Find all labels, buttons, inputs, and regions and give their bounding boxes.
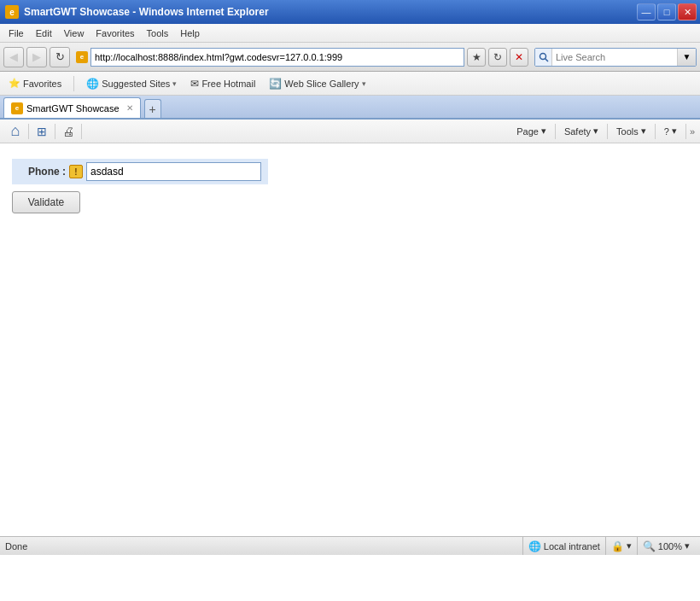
zoom-label: 100% (658, 541, 682, 551)
address-favicon: e (76, 51, 88, 63)
favorites-item-2[interactable]: 🔄 Web Slice Gallery ▾ (265, 76, 369, 91)
status-text: Done (5, 541, 522, 551)
tab-close-button[interactable]: ✕ (126, 103, 133, 113)
refresh-icon[interactable]: ↻ (488, 48, 507, 67)
new-tab-button[interactable]: + (144, 99, 161, 118)
web-slice-gallery-icon: 🔄 (269, 78, 282, 90)
favorites-button[interactable]: ⭐ Favorites (5, 76, 65, 90)
favorites-item-1-label: Free Hotmail (201, 79, 255, 89)
title-bar-left: e SmartGWT Showcase - Windows Internet E… (5, 5, 269, 19)
zone-section: 🌐 Local intranet (522, 537, 605, 555)
favorites-bar: ⭐ Favorites 🌐 Suggested Sites ▾ ✉ Free H… (0, 72, 700, 96)
search-button[interactable]: ▼ (677, 49, 696, 66)
favorites-separator (73, 76, 74, 91)
page-label: Page (516, 126, 539, 137)
content-area: Phone : ! Validate (0, 143, 700, 536)
menu-bar: File Edit View Favorites Tools Help (0, 24, 700, 43)
favorites-item-0-label: Suggested Sites (102, 79, 170, 89)
suggested-sites-arrow: ▾ (172, 79, 177, 88)
safety-arrow: ▾ (593, 125, 598, 137)
safety-label: Safety (564, 126, 591, 137)
address-bar-container: e ★ ↻ ✕ (76, 48, 528, 67)
phone-row: Phone : ! (12, 159, 268, 184)
refresh-button[interactable]: ↻ (50, 47, 70, 67)
maximize-button[interactable]: □ (657, 3, 676, 20)
zoom-section: 🔍 100% ▾ (637, 537, 695, 555)
zoom-arrow: ▾ (685, 540, 690, 551)
help-label: ? (664, 126, 669, 137)
toolbar-sep-2 (55, 124, 55, 139)
zoom-icon: 🔍 (643, 540, 656, 552)
menu-edit[interactable]: Edit (31, 26, 57, 40)
tab-favicon: e (11, 102, 23, 114)
phone-label: Phone : (19, 166, 66, 178)
zone-icon: 🌐 (528, 540, 541, 552)
menu-file[interactable]: File (3, 26, 29, 40)
toolbar-sep-3 (81, 124, 82, 139)
bookmark-icon[interactable]: ★ (467, 48, 486, 67)
rss-icon[interactable]: ⊞ (32, 121, 52, 142)
toolbar-sep-6 (655, 124, 656, 139)
tools-label: Tools (616, 126, 639, 137)
stop-icon[interactable]: ✕ (510, 48, 528, 67)
toolbar-row: ⌂ ⊞ 🖨 Page ▾ Safety ▾ Tools ▾ ? ▾ » (0, 120, 700, 143)
svg-line-1 (545, 58, 548, 61)
help-arrow: ▾ (672, 125, 677, 137)
tab-label: SmartGWT Showcase (26, 103, 120, 114)
menu-view[interactable]: View (59, 26, 90, 40)
favorites-label: Favorites (23, 79, 61, 89)
warning-icon: ! (69, 165, 83, 178)
back-button[interactable]: ◀ (3, 47, 24, 67)
tools-menu[interactable]: Tools ▾ (611, 123, 651, 139)
title-bar: e SmartGWT Showcase - Windows Internet E… (0, 0, 700, 24)
nav-bar: ◀ ▶ ↻ e ★ ↻ ✕ ▼ (0, 43, 700, 72)
home-icon[interactable]: ⌂ (5, 121, 26, 142)
minimize-button[interactable]: — (637, 3, 656, 20)
menu-help[interactable]: Help (175, 26, 205, 40)
zone-label: Local intranet (544, 541, 600, 551)
menu-favorites[interactable]: Favorites (90, 26, 139, 40)
page-arrow: ▾ (541, 125, 546, 137)
validate-button[interactable]: Validate (12, 191, 80, 213)
safety-menu[interactable]: Safety ▾ (559, 123, 604, 139)
search-container: ▼ (534, 48, 697, 67)
status-bar: Done 🌐 Local intranet 🔒 ▾ 🔍 100% ▾ (0, 536, 700, 555)
toolbar-sep-4 (555, 124, 556, 139)
ie-icon: e (5, 5, 19, 19)
favorites-item-0[interactable]: 🌐 Suggested Sites ▾ (83, 76, 180, 91)
address-input[interactable] (90, 48, 464, 67)
tab-smartgwt[interactable]: e SmartGWT Showcase ✕ (3, 97, 141, 118)
toolbar-sep-1 (28, 124, 29, 139)
window-title: SmartGWT Showcase - Windows Internet Exp… (24, 6, 269, 18)
title-bar-controls: — □ ✕ (637, 3, 697, 20)
menu-tools[interactable]: Tools (142, 26, 174, 40)
page-menu[interactable]: Page ▾ (511, 123, 551, 139)
print-icon[interactable]: 🖨 (58, 121, 79, 142)
favorites-star-icon: ⭐ (9, 78, 20, 89)
phone-input[interactable] (86, 162, 261, 181)
lock-icon: 🔒 (611, 540, 624, 552)
security-arrow: ▾ (627, 540, 632, 551)
help-menu[interactable]: ? ▾ (659, 123, 682, 139)
favorites-item-2-label: Web Slice Gallery (284, 79, 359, 89)
web-slice-arrow: ▾ (362, 79, 366, 88)
forward-button[interactable]: ▶ (26, 47, 47, 67)
toolbar-sep-5 (607, 124, 608, 139)
close-button[interactable]: ✕ (678, 3, 697, 20)
free-hotmail-icon: ✉ (190, 78, 199, 90)
toolbar-sep-7 (685, 124, 686, 139)
svg-point-0 (540, 53, 545, 59)
phone-form: Phone : ! Validate (12, 159, 688, 213)
more-tools-button[interactable]: » (690, 126, 695, 137)
security-section: 🔒 ▾ (605, 537, 637, 555)
tools-arrow: ▾ (641, 125, 646, 137)
suggested-sites-icon: 🌐 (86, 78, 99, 90)
search-input[interactable] (552, 49, 677, 66)
favorites-item-1[interactable]: ✉ Free Hotmail (187, 76, 259, 91)
tab-bar: e SmartGWT Showcase ✕ + (0, 96, 700, 120)
live-search-icon (535, 49, 552, 66)
